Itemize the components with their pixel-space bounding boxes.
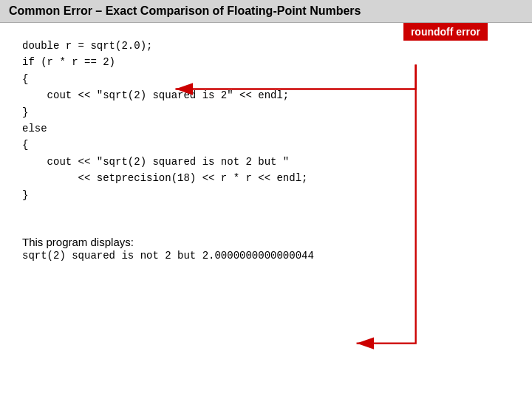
program-displays-label: This program displays: bbox=[22, 236, 510, 248]
code-line-6: else bbox=[22, 120, 510, 137]
code-line-2: if (r * r == 2) bbox=[22, 54, 510, 70]
page-wrapper: Common Error – Exact Comparison of Float… bbox=[0, 0, 532, 399]
code-line-4: cout << "sqrt(2) squared is 2" << endl; bbox=[22, 87, 510, 103]
code-line-10: } bbox=[22, 187, 510, 203]
page-title: Common Error – Exact Comparison of Float… bbox=[9, 4, 361, 17]
content-area: roundoff error double r = sqrt(2.0); if … bbox=[0, 23, 532, 399]
code-line-9: << setprecision(18) << r * r << endl; bbox=[22, 170, 510, 186]
code-block: double r = sqrt(2.0); if (r * r == 2) { … bbox=[22, 38, 510, 203]
code-line-5: } bbox=[22, 104, 510, 120]
code-line-7: { bbox=[22, 137, 510, 153]
code-line-1: double r = sqrt(2.0); bbox=[22, 38, 510, 54]
code-line-8: cout << "sqrt(2) squared is not 2 but " bbox=[22, 154, 510, 170]
title-bar: Common Error – Exact Comparison of Float… bbox=[0, 0, 532, 23]
program-output: sqrt(2) squared is not 2 but 2.000000000… bbox=[22, 250, 510, 262]
code-line-3: { bbox=[22, 71, 510, 87]
